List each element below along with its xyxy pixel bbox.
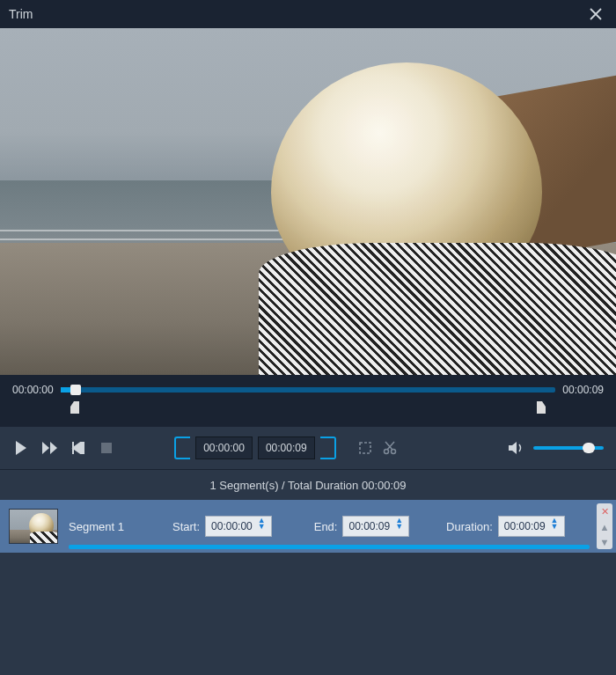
- svg-rect-1: [360, 443, 370, 453]
- chevron-down-icon[interactable]: ▼: [258, 526, 266, 532]
- segment-actions: ✕ ▲ ▼: [597, 503, 612, 549]
- chevron-down-icon[interactable]: ▼: [395, 526, 403, 532]
- set-end-bracket-icon[interactable]: [320, 437, 336, 459]
- seek-slider[interactable]: [61, 387, 556, 393]
- move-down-icon[interactable]: ▼: [600, 537, 610, 547]
- segments-summary: 1 Segment(s) / Total Duration 00:00:09: [0, 470, 616, 500]
- chevron-down-icon[interactable]: ▼: [551, 526, 559, 532]
- trim-start-handle[interactable]: [70, 401, 79, 414]
- bracket-end-time[interactable]: 00:00:09: [258, 437, 315, 459]
- crop-icon[interactable]: [356, 438, 375, 458]
- start-time-field[interactable]: 00:00:00 ▲▼: [205, 516, 272, 537]
- trim-end-handle[interactable]: [537, 401, 546, 414]
- end-label: End:: [314, 520, 338, 533]
- title-bar: Trim: [0, 0, 616, 28]
- close-icon[interactable]: [584, 4, 607, 24]
- time-total: 00:00:09: [562, 384, 604, 396]
- fast-forward-icon[interactable]: [40, 438, 60, 458]
- end-time-field[interactable]: 00:00:09 ▲▼: [342, 516, 409, 537]
- segment-range-bar[interactable]: [69, 545, 590, 549]
- volume-handle[interactable]: [583, 443, 595, 453]
- bracket-start-time[interactable]: 00:00:00: [195, 437, 253, 459]
- seek-handle[interactable]: [70, 385, 81, 395]
- window-title: Trim: [9, 7, 33, 21]
- move-up-icon[interactable]: ▲: [600, 522, 610, 532]
- svg-rect-0: [101, 443, 112, 453]
- segment-name: Segment 1: [69, 520, 136, 533]
- split-scissors-icon[interactable]: [380, 438, 400, 458]
- segments-empty-area: [0, 553, 616, 675]
- play-icon[interactable]: [12, 438, 32, 458]
- next-frame-icon[interactable]: [69, 438, 88, 458]
- segment-row[interactable]: Segment 1 Start: 00:00:00 ▲▼ End: 00:00:…: [0, 500, 616, 553]
- stop-icon[interactable]: [97, 438, 116, 458]
- volume-slider[interactable]: [533, 446, 604, 450]
- delete-segment-icon[interactable]: ✕: [601, 506, 609, 517]
- set-start-bracket-icon[interactable]: [174, 437, 190, 459]
- segment-thumbnail: [9, 509, 58, 544]
- controls-bar: 00:00:00 00:00:09: [0, 426, 616, 470]
- volume-icon[interactable]: [507, 438, 526, 458]
- video-preview[interactable]: [0, 28, 616, 375]
- start-label: Start:: [172, 520, 200, 533]
- duration-label: Duration:: [446, 520, 493, 533]
- time-current: 00:00:00: [12, 384, 54, 396]
- timeline: 00:00:00 00:00:09: [0, 375, 616, 426]
- duration-time-field[interactable]: 00:00:09 ▲▼: [498, 516, 565, 537]
